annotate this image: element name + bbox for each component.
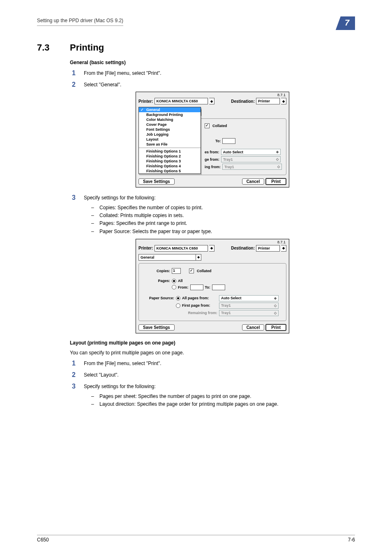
dropdown-item[interactable]: Save as File — [139, 142, 201, 147]
dropdown-icon[interactable]: ◆ — [281, 98, 286, 104]
step-text: Specify settings for the following: — [84, 383, 156, 389]
panel-select[interactable]: General — [138, 254, 196, 261]
first-page-radio[interactable] — [176, 303, 180, 308]
to-label: To: — [215, 139, 221, 143]
dropdown-item[interactable]: Finishing Options 1 — [139, 149, 201, 154]
bullet-text: Pages per sheet: Specifies the number of… — [99, 393, 251, 400]
dropdown-icon[interactable]: ◆ — [281, 245, 286, 252]
step-number-2b: 2 — [70, 371, 76, 379]
cancel-button[interactable]: Cancel — [242, 178, 265, 185]
bullet-text: Collated: Prints multiple copies in sets… — [99, 212, 184, 220]
ing-from-label: ing from: — [205, 165, 221, 169]
remaining-from-label: Remaining from: — [182, 311, 217, 315]
dropdown-item[interactable]: Cover Page — [139, 122, 201, 127]
print-dialog-general: 8.7.1 Printer: KONICA MINOLTA C650 ◆ Des… — [136, 239, 289, 333]
all-pages-select[interactable]: Auto Select◆ — [219, 295, 279, 301]
dialog-version: 8.7.1 — [277, 93, 286, 97]
bullet-text: Paper Source: Selects the paper tray or … — [99, 228, 212, 236]
from-label: From: — [178, 285, 189, 289]
collated-label: Collated — [212, 124, 227, 128]
bullet-dash: – — [91, 220, 95, 227]
all-pages-from-label: All pages from: — [182, 296, 217, 300]
print-button[interactable]: Print — [265, 178, 286, 185]
step-text: Select "General". — [84, 81, 121, 88]
bullet-dash: – — [91, 212, 95, 220]
to-input[interactable] — [212, 284, 225, 290]
printer-label: Printer: — [138, 246, 153, 250]
dropdown-item[interactable]: Color Matching — [139, 117, 201, 122]
step-number-2: 2 — [70, 81, 76, 88]
step-text: From the [File] menu, select "Print". — [84, 69, 161, 76]
save-settings-button[interactable]: Save Settings — [138, 178, 175, 185]
save-settings-button[interactable]: Save Settings — [138, 324, 175, 331]
dropdown-item[interactable]: Font Settings — [139, 127, 201, 132]
printer-select[interactable]: KONICA MINOLTA C650 — [154, 98, 208, 104]
dropdown-item[interactable]: Job Logging — [139, 132, 201, 137]
bullet-dash: – — [91, 393, 95, 400]
dropdown-item[interactable]: Finishing Options 3 — [139, 159, 201, 164]
pages-label: Pages: — [142, 279, 170, 283]
dropdown-item-general[interactable]: General — [139, 107, 201, 112]
printer-label: Printer: — [138, 99, 153, 104]
footer-left: C650 — [37, 537, 49, 543]
step-text: Specify settings for the following: — [84, 194, 156, 201]
step-number-3: 3 — [70, 194, 76, 201]
all-pages-radio[interactable] — [176, 296, 180, 301]
header-breadcrumb: Setting up the PPD driver (Mac OS 9.2) — [37, 16, 123, 26]
pages-from-radio[interactable] — [172, 285, 176, 289]
dropdown-item[interactable]: Finishing Options 2 — [139, 154, 201, 159]
step-text: From the [File] menu, select "Print". — [84, 360, 161, 366]
first-page-select[interactable]: Tray1◇ — [219, 303, 279, 309]
remaining-select[interactable]: Tray1◇ — [222, 164, 282, 170]
dropdown-icon[interactable]: ◆ — [209, 98, 214, 104]
all-pages-select[interactable]: Auto Select◆ — [221, 149, 281, 155]
pages-all-radio[interactable] — [172, 279, 176, 283]
dropdown-item[interactable]: Layout — [139, 137, 201, 142]
printer-select[interactable]: KONICA MINOLTA C650 — [154, 245, 208, 252]
dropdown-icon[interactable]: ◆ — [209, 245, 214, 252]
dropdown-icon[interactable]: ◆ — [196, 254, 201, 261]
layout-heading: Layout (printing multiple pages on one p… — [70, 340, 355, 346]
dialog-version: 8.7.1 — [277, 240, 286, 244]
collated-label: Collated — [197, 269, 212, 273]
layout-intro: You can specify to print multiple pages … — [70, 350, 355, 356]
from-input[interactable] — [190, 284, 203, 290]
step-number-3b: 3 — [70, 383, 76, 390]
copies-label: Copies: — [142, 269, 170, 273]
paper-source-label: Paper Source: — [142, 296, 174, 300]
collated-checkbox[interactable]: ✓ — [205, 123, 210, 128]
step-number-1b: 1 — [70, 360, 76, 367]
bullet-dash: – — [91, 400, 95, 408]
to-label: To: — [205, 285, 210, 289]
chapter-badge: 7 — [336, 16, 355, 30]
collated-checkbox[interactable]: ✓ — [189, 268, 194, 273]
dropdown-item[interactable]: Finishing Options 4 — [139, 164, 201, 169]
footer-right: 7-6 — [348, 537, 355, 543]
general-heading: General (basic settings) — [70, 60, 355, 65]
bullet-text: Copies: Specifies the number of copies t… — [99, 204, 203, 212]
ge-from-label: ge from: — [205, 157, 219, 162]
to-input[interactable] — [222, 138, 235, 144]
destination-label: Destination: — [231, 246, 255, 250]
panel-dropdown-list[interactable]: General Background Printing Color Matchi… — [138, 107, 201, 174]
remaining-select[interactable]: Tray1◇ — [219, 310, 279, 316]
bullet-text: Pages: Specifies the print range to prin… — [99, 220, 187, 227]
first-page-from-label: First page from: — [182, 303, 217, 308]
es-from-label: es from: — [205, 150, 219, 154]
dropdown-item[interactable]: Background Printing — [139, 112, 201, 117]
print-button[interactable]: Print — [265, 324, 286, 331]
step-number-1: 1 — [70, 69, 76, 77]
pages-all-label: All — [178, 279, 183, 283]
print-dialog-general-dropdown: 8.7.1 Printer: KONICA MINOLTA C650 ◆ Des… — [136, 92, 289, 187]
destination-label: Destination: — [231, 99, 255, 104]
dropdown-item[interactable]: Finishing Options 5 — [139, 169, 201, 173]
bullet-dash: – — [91, 228, 95, 236]
destination-select[interactable]: Printer — [256, 98, 280, 104]
destination-select[interactable]: Printer — [256, 245, 280, 252]
cancel-button[interactable]: Cancel — [242, 324, 265, 331]
first-page-select[interactable]: Tray1◇ — [221, 156, 281, 162]
section-number: 7.3 — [37, 42, 58, 53]
copies-input[interactable]: 1 — [172, 268, 181, 274]
bullet-dash: – — [91, 204, 95, 212]
bullet-text: Layout direction: Specifies the page ord… — [99, 400, 279, 408]
